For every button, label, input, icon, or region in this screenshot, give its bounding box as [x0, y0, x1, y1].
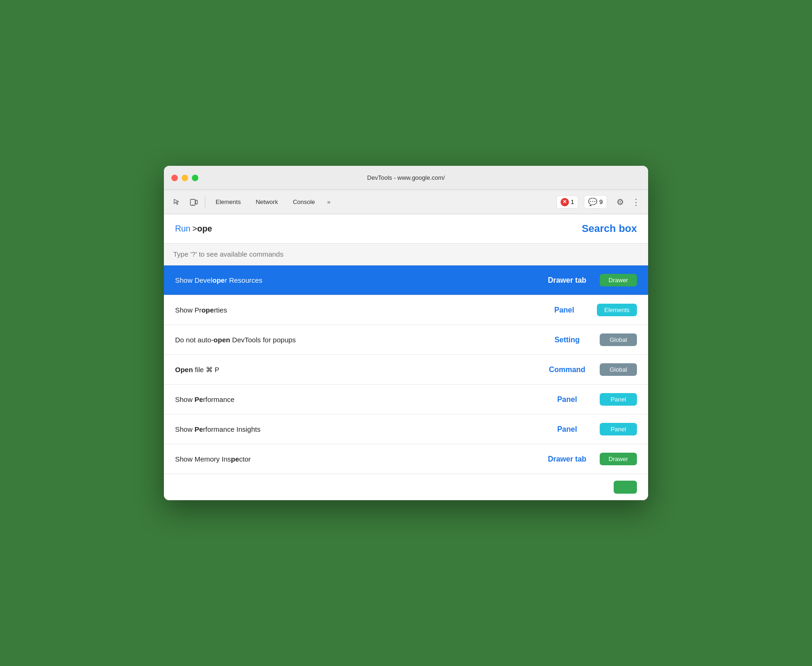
more-tabs-button[interactable]: » [324, 196, 334, 208]
cmd-search-area [164, 244, 648, 265]
cmd-result-badge[interactable]: Global [600, 333, 637, 346]
toolbar: Elements Network Console » ✕ 1 💬 9 ⚙ ⋮ [164, 190, 648, 214]
command-palette: Run >ope Search box Show Developer Resou… [164, 214, 648, 500]
cmd-result-row[interactable]: Show Performance InsightsPanelPanel [164, 415, 648, 444]
cmd-result-row[interactable]: Show PerformancePanelPanel [164, 385, 648, 415]
svg-point-2 [192, 204, 193, 205]
cmd-result-type-label: Panel [535, 395, 600, 404]
cmd-result-row[interactable]: Show Developer ResourcesDrawer tabDrawer [164, 265, 648, 295]
partial-badge [614, 481, 637, 494]
cmd-result-badge[interactable]: Global [600, 363, 637, 376]
tab-network[interactable]: Network [249, 196, 284, 208]
cmd-result-row[interactable]: Do not auto-open DevTools for popupsSett… [164, 325, 648, 355]
device-toolbar-button[interactable] [186, 195, 201, 210]
cmd-result-row[interactable]: Open file ⌘ PCommandGlobal [164, 355, 648, 385]
tab-elements[interactable]: Elements [209, 196, 247, 208]
cmd-result-type-label: Command [535, 366, 600, 374]
settings-button[interactable]: ⚙ [613, 195, 628, 210]
cmd-result-name: Show Properties [175, 306, 532, 314]
close-button[interactable] [171, 175, 178, 181]
cmd-result-badge[interactable]: Elements [597, 304, 637, 316]
cmd-result-badge[interactable]: Drawer [600, 453, 637, 465]
devtools-window: DevTools - www.google.com/ Elements Netw… [164, 166, 648, 500]
cmd-result-name: Show Performance Insights [175, 425, 535, 433]
cmd-results-list: Show Developer ResourcesDrawer tabDrawer… [164, 265, 648, 500]
cmd-result-name: Show Memory Inspector [175, 455, 535, 463]
cmd-header: Run >ope Search box [164, 214, 648, 244]
inspect-element-button[interactable] [169, 195, 184, 210]
cmd-result-type-label: Panel [535, 425, 600, 434]
traffic-lights [171, 175, 198, 181]
cmd-result-name: Show Performance [175, 395, 535, 403]
minimize-button[interactable] [182, 175, 188, 181]
cmd-result-type-label: Drawer tab [535, 455, 600, 463]
cmd-result-row[interactable]: Show Memory InspectorDrawer tabDrawer [164, 444, 648, 474]
svg-rect-1 [196, 200, 197, 204]
error-icon: ✕ [561, 198, 569, 206]
cmd-partial-row [164, 474, 648, 500]
cmd-query: >ope [192, 224, 212, 234]
cmd-result-type-label: Drawer tab [535, 276, 600, 285]
title-bar: DevTools - www.google.com/ [164, 166, 648, 190]
cmd-result-badge[interactable]: Drawer [600, 274, 637, 286]
maximize-button[interactable] [192, 175, 198, 181]
error-count: 1 [571, 198, 574, 205]
message-count: 9 [599, 198, 602, 205]
error-badge[interactable]: ✕ 1 [556, 196, 578, 209]
cmd-result-badge[interactable]: Panel [600, 423, 637, 435]
cmd-query-bold: ope [197, 224, 212, 233]
message-icon: 💬 [588, 197, 597, 206]
tab-console[interactable]: Console [286, 196, 322, 208]
toolbar-divider [205, 197, 205, 208]
cmd-result-name: Do not auto-open DevTools for popups [175, 336, 535, 344]
cmd-result-name: Open file ⌘ P [175, 366, 535, 374]
cmd-search-input[interactable] [173, 250, 639, 258]
more-options-button[interactable]: ⋮ [629, 196, 643, 209]
cmd-result-type-label: Setting [535, 336, 600, 344]
cmd-result-name: Show Developer Resources [175, 276, 535, 284]
message-badge[interactable]: 💬 9 [584, 195, 607, 209]
search-box-label: Search box [582, 223, 637, 235]
cmd-result-type-label: Panel [532, 306, 597, 314]
run-label: Run [175, 224, 190, 234]
window-title: DevTools - www.google.com/ [367, 174, 445, 181]
cmd-result-row[interactable]: Show PropertiesPanelElements [164, 295, 648, 325]
cmd-result-badge[interactable]: Panel [600, 393, 637, 406]
